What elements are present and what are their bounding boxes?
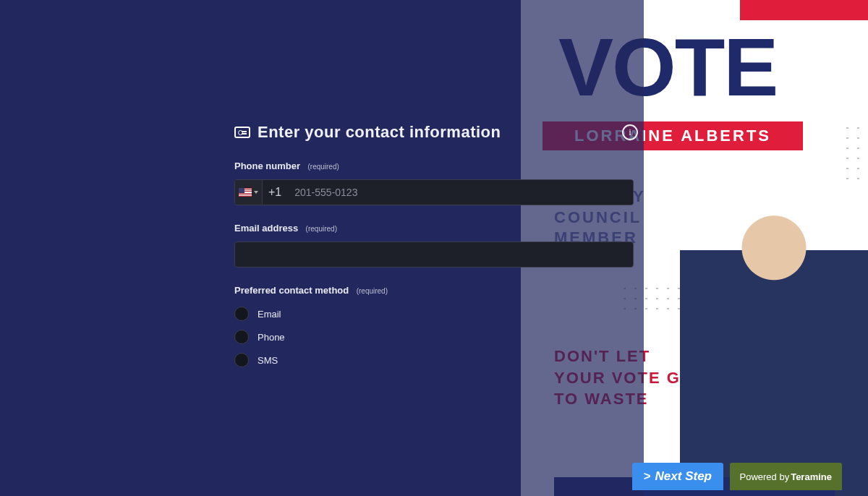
contact-method-radio-group: Email Phone SMS <box>234 307 634 367</box>
us-flag-icon <box>239 188 252 197</box>
flyer-dots-decor <box>842 123 868 181</box>
contact-method-required: (required) <box>357 287 388 295</box>
powered-by-link[interactable]: Powered by Teramine <box>730 463 843 490</box>
radio-icon <box>234 307 249 321</box>
phone-input-row: +1 <box>234 179 634 205</box>
contact-form: Enter your contact information Phone num… <box>234 123 634 456</box>
contact-method-option-sms[interactable]: SMS <box>234 353 634 367</box>
email-input[interactable] <box>234 241 634 268</box>
radio-icon <box>234 330 249 344</box>
email-required: (required) <box>306 225 337 233</box>
id-card-icon <box>234 127 250 138</box>
info-icon[interactable]: i <box>622 124 638 140</box>
country-code-selector[interactable] <box>235 180 263 205</box>
form-heading: Enter your contact information <box>234 123 634 142</box>
email-label: Email address <box>234 223 298 234</box>
radio-label: SMS <box>258 355 278 366</box>
email-field-block: Email address (required) <box>234 221 634 268</box>
phone-field-block: Phone number (required) +1 <box>234 159 634 205</box>
radio-label: Phone <box>258 332 285 343</box>
phone-input[interactable] <box>287 180 633 205</box>
contact-method-option-email[interactable]: Email <box>234 307 634 321</box>
contact-method-label: Preferred contact method <box>234 285 349 296</box>
contact-method-block: Preferred contact method (required) Emai… <box>234 283 634 367</box>
phone-label: Phone number <box>234 161 300 171</box>
radio-icon <box>234 353 249 367</box>
chevron-down-icon <box>254 191 258 194</box>
next-step-label: Next Step <box>655 469 712 484</box>
flyer-red-accent <box>740 0 868 20</box>
flyer-candidate-photo <box>680 178 868 496</box>
radio-label: Email <box>258 309 281 320</box>
contact-method-option-phone[interactable]: Phone <box>234 330 634 344</box>
powered-by-brand: Teramine <box>791 471 832 482</box>
phone-required: (required) <box>307 163 339 171</box>
form-heading-text: Enter your contact information <box>258 123 501 142</box>
dial-prefix: +1 <box>263 180 287 205</box>
next-step-button[interactable]: > Next Step <box>632 463 723 490</box>
powered-by-prefix: Powered by <box>740 471 790 482</box>
chevron-right-icon: > <box>644 469 651 484</box>
